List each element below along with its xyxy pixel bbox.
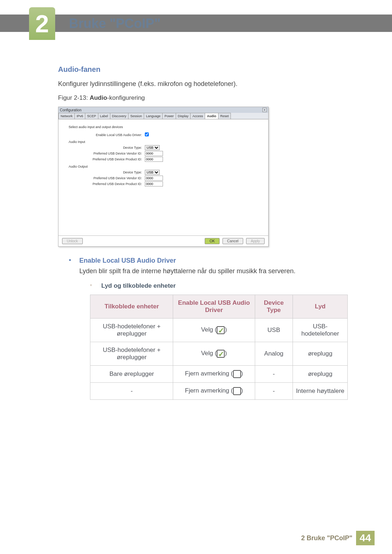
header-bar <box>0 15 392 32</box>
cell-sound: øreplugg <box>293 366 348 383</box>
table-row: USB-hodetelefoner + ørepluggerVelg ()Ana… <box>90 342 348 366</box>
label-in-device: Device Type: <box>65 146 145 149</box>
input-out-product[interactable] <box>145 181 163 186</box>
tab-access[interactable]: Access <box>190 113 205 119</box>
th-sound: Lyd <box>293 295 348 319</box>
th-type: Device Type <box>255 295 293 319</box>
label-enable: Enable Local USB Audio Driver: <box>65 133 145 137</box>
th-enable: Enable Local USB Audio Driver <box>173 295 255 319</box>
figure-prefix: Figur 2-13: <box>58 94 90 101</box>
figure-suffix: -konfigurering <box>107 94 145 101</box>
cancel-button[interactable]: Cancel <box>222 238 243 244</box>
tab-label[interactable]: Label <box>98 113 110 119</box>
tab-power[interactable]: Power <box>162 113 176 119</box>
input-in-vendor[interactable] <box>145 151 163 156</box>
footer: 2 Bruke "PCoIP" 44 <box>301 531 375 545</box>
select-in-device[interactable]: USB <box>145 145 160 150</box>
sub-bullet: ▫ Lyd og tilkoblede enheter Tilkoblede e… <box>79 282 348 400</box>
checkbox-icon <box>233 370 241 378</box>
bullet-heading: Enable Local USB Audio Driver <box>79 257 348 264</box>
cell-enable: Velg () <box>173 319 255 342</box>
config-window: Configuration × NetworkIPv6SCEPLabelDisc… <box>58 107 269 247</box>
cell-enable: Fjern avmerking () <box>173 366 255 383</box>
label-in-vendor: Preferred USB Device Vendor ID: <box>65 152 145 155</box>
tab-session[interactable]: Session <box>128 113 144 119</box>
cell-type: USB <box>255 319 293 342</box>
footer-text: 2 Bruke "PCoIP" <box>301 534 352 542</box>
sub-heading: Lyd og tilkoblede enheter <box>101 282 176 290</box>
cell-type: Analog <box>255 342 293 366</box>
cell-connected: - <box>90 383 173 400</box>
label-out-vendor: Preferred USB Device Vendor ID: <box>65 176 145 180</box>
input-in-product[interactable] <box>145 157 163 162</box>
table-row: USB-hodetelefoner + ørepluggerVelg ()USB… <box>90 319 348 342</box>
cell-sound: øreplugg <box>293 342 348 366</box>
tab-network[interactable]: Network <box>58 113 75 119</box>
label-out-product: Preferred USB Device Product ID: <box>65 182 145 186</box>
titlebar: Configuration × <box>58 107 268 113</box>
cell-connected: USB-hodetelefoner + øreplugger <box>90 319 173 342</box>
cell-type: - <box>255 383 293 400</box>
cell-type: - <box>255 366 293 383</box>
table-row: -Fjern avmerking ()-Interne høyttalere <box>90 383 348 400</box>
row-in-product: Preferred USB Device Product ID: <box>65 157 262 162</box>
th-connected: Tilkoblede enheter <box>90 295 173 319</box>
ok-button[interactable]: OK <box>205 238 219 244</box>
tab-ipv6[interactable]: IPv6 <box>74 113 85 119</box>
apply-button[interactable]: Apply <box>246 238 265 244</box>
chapter-badge: 2 <box>29 7 55 40</box>
chapter-title: Bruke "PCoIP" <box>69 16 160 31</box>
square-bullet-icon: ▫ <box>90 282 99 288</box>
section-intro: Konfigurer lydinnstillingene (f.eks. mik… <box>58 80 348 88</box>
figure-bold: Audio <box>90 94 107 101</box>
tab-reset[interactable]: Reset <box>218 113 231 119</box>
button-row: Unlock OK Cancel Apply <box>58 235 268 246</box>
tab-audio[interactable]: Audio <box>205 113 219 119</box>
input-out-vendor[interactable] <box>145 176 163 181</box>
close-icon[interactable]: × <box>262 108 267 112</box>
label-in-product: Preferred USB Device Product ID: <box>65 157 145 161</box>
tab-display[interactable]: Display <box>176 113 191 119</box>
bullet-dot-icon: • <box>69 257 78 263</box>
group-input: Audio Input <box>69 140 262 144</box>
cell-connected: USB-hodetelefoner + øreplugger <box>90 342 173 366</box>
cell-sound: Interne høyttalere <box>293 383 348 400</box>
row-out-product: Preferred USB Device Product ID: <box>65 181 262 186</box>
bullet-section: • Enable Local USB Audio Driver Lyden bl… <box>58 257 348 400</box>
tab-row: NetworkIPv6SCEPLabelDiscoverySessionLang… <box>58 113 268 119</box>
select-out-device[interactable]: USB <box>145 170 160 175</box>
row-in-device: Device Type: USB <box>65 145 262 150</box>
cell-sound: USB-hodetelefoner <box>293 319 348 342</box>
figure-caption: Figur 2-13: Audio-konfigurering <box>58 94 348 102</box>
window-title: Configuration <box>60 108 81 112</box>
group-output: Audio Output <box>69 165 262 168</box>
cell-connected: Bare øreplugger <box>90 366 173 383</box>
row-out-vendor: Preferred USB Device Vendor ID: <box>65 176 262 181</box>
checkbox-icon <box>217 350 225 358</box>
checkbox-enable[interactable] <box>145 132 149 136</box>
panel-body: Select audio input and output devices En… <box>58 119 268 235</box>
tab-scep[interactable]: SCEP <box>85 113 98 119</box>
cell-enable: Fjern avmerking () <box>173 383 255 400</box>
tab-language[interactable]: Language <box>144 113 163 119</box>
section-heading: Audio-fanen <box>58 65 348 74</box>
checkbox-icon <box>233 387 241 395</box>
row-in-vendor: Preferred USB Device Vendor ID: <box>65 151 262 156</box>
device-table: Tilkoblede enheter Enable Local USB Audi… <box>90 295 348 400</box>
label-out-device: Device Type: <box>65 171 145 174</box>
panel-help: Select audio input and output devices <box>69 125 262 129</box>
row-enable: Enable Local USB Audio Driver: <box>65 132 262 137</box>
footer-page: 44 <box>356 531 375 545</box>
bullet-body: Lyden blir spilt fra de interne høyttale… <box>79 267 348 275</box>
chapter-number: 2 <box>35 11 49 36</box>
tab-discovery[interactable]: Discovery <box>110 113 129 119</box>
unlock-button[interactable]: Unlock <box>62 238 83 244</box>
row-out-device: Device Type: USB <box>65 170 262 175</box>
checkbox-icon <box>217 326 225 334</box>
table-row: Bare ørepluggerFjern avmerking ()-øreplu… <box>90 366 348 383</box>
cell-enable: Velg () <box>173 342 255 366</box>
